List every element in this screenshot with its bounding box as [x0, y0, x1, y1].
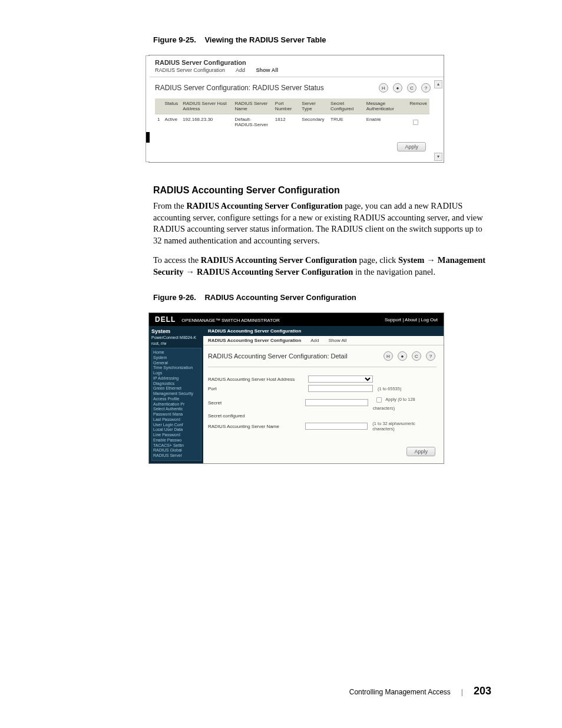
tab-show-all[interactable]: Show All: [256, 67, 279, 73]
save-icon[interactable]: H: [384, 351, 393, 361]
row-port: Port (1 to 65535): [208, 384, 437, 393]
fig25-page-title: RADIUS Server Configuration: RADIUS Serv…: [155, 84, 324, 92]
sidebar-item-tacacs[interactable]: TACACS+ Settin: [153, 443, 200, 449]
help-icon[interactable]: ?: [426, 351, 435, 361]
sidebar-item-system[interactable]: System: [153, 355, 200, 361]
fig26-header: DELL OPENMANAGE™ SWITCH ADMINISTRATOR Su…: [149, 313, 444, 326]
help-icon[interactable]: ?: [421, 83, 431, 93]
sidebar-item-linepwd[interactable]: Line Password: [153, 433, 200, 438]
host-select[interactable]: [308, 375, 373, 383]
sidebar-item-timesync[interactable]: Time Synchronization: [153, 365, 200, 371]
product-name: OPENMANAGE™ SWITCH ADMINISTRATOR: [181, 318, 279, 323]
sidebar-item-lastpwd[interactable]: Last Password: [153, 417, 200, 423]
sidebar-item-home[interactable]: Home: [153, 350, 200, 355]
form-area: RADIUS Accounting Server Host Address Po…: [203, 371, 444, 436]
dell-logo: DELL: [155, 315, 176, 324]
arrow1: →: [424, 255, 438, 265]
fig26-content: RADIUS Accounting Server Configuration R…: [203, 326, 444, 463]
sidebar-item-logs[interactable]: Logs: [153, 371, 200, 376]
col-status[interactable]: Status: [162, 98, 180, 114]
fig25-left-mark: [146, 132, 150, 143]
lbl-port: Port: [208, 386, 308, 391]
sidebar-tree[interactable]: Home System General Time Synchronization…: [151, 348, 201, 461]
print-icon[interactable]: ●: [398, 351, 407, 361]
lbl-secret-conf: Secret configured: [208, 413, 308, 419]
p1-a: From the: [153, 201, 186, 210]
fig26-main: System PowerConnect M8024-K root, r/w Ho…: [149, 326, 444, 463]
arrow2: →: [184, 267, 197, 276]
divider: [208, 367, 437, 367]
tab-add[interactable]: Add: [310, 338, 319, 343]
name-input[interactable]: [305, 423, 368, 430]
fig25-title: Viewing the RADIUS Server Table: [204, 35, 326, 44]
col-host[interactable]: RADIUS Server Host Address: [180, 98, 232, 114]
sidebar: System PowerConnect M8024-K root, r/w Ho…: [149, 326, 203, 463]
fig25-title-row: RADIUS Server Configuration: RADIUS Serv…: [149, 77, 444, 98]
crumb-tabs: RADIUS Accounting Server Configuration A…: [203, 336, 444, 345]
apply-button[interactable]: Apply: [397, 142, 426, 151]
fig25-tabs: RADIUS Server Configuration Add Show All: [149, 66, 444, 77]
apply-button[interactable]: Apply: [406, 447, 435, 456]
port-input[interactable]: [308, 385, 373, 392]
sidebar-item-userlogin[interactable]: User Login Conf: [153, 423, 200, 428]
cell-port: 1812: [273, 114, 299, 131]
col-blank: [155, 98, 162, 114]
tab-add[interactable]: Add: [236, 67, 245, 73]
fig25-icons: H ● C ?: [379, 83, 431, 93]
p2-f: RADIUS Accounting Server Configuration: [197, 267, 353, 276]
sidebar-item-radglob[interactable]: RADIUS Global: [153, 448, 200, 453]
sidebar-item-mgmt-security[interactable]: Management Security: [153, 391, 200, 397]
secret-apply-checkbox[interactable]: [376, 397, 382, 403]
tab-show-all[interactable]: Show All: [329, 338, 347, 343]
hint-secret: Apply (0 to 128 characters): [373, 394, 437, 411]
col-name[interactable]: RADIUS Server Name: [232, 98, 272, 114]
sidebar-item-pwdmgmt[interactable]: Password Mana: [153, 412, 200, 417]
footer-chapter: Controlling Management Access: [349, 688, 451, 696]
p1-b: RADIUS Accounting Server Configuration: [186, 201, 342, 210]
sidebar-item-diag[interactable]: Diagnostics: [153, 381, 200, 387]
cell-remove: [407, 114, 429, 131]
sidebar-item-selauth[interactable]: Select Authentic: [153, 407, 200, 412]
hint-name: (1 to 32 alphanumeric characters): [372, 421, 437, 431]
sidebar-item-green[interactable]: Green Ethernet: [153, 386, 200, 391]
hint-port: (1 to 65535): [378, 386, 401, 391]
table-header-row: Status RADIUS Server Host Address RADIUS…: [155, 98, 429, 114]
sidebar-item-general[interactable]: General: [153, 361, 200, 366]
col-msgauth[interactable]: Message Authenticator: [364, 98, 407, 114]
remove-checkbox[interactable]: [413, 120, 418, 125]
col-type[interactable]: Server Type: [299, 98, 328, 114]
refresh-icon[interactable]: C: [412, 351, 421, 361]
col-port[interactable]: Port Number: [273, 98, 299, 114]
p2-d: System: [398, 255, 424, 265]
scroll-down-icon[interactable]: ▾: [434, 153, 442, 161]
row-name: RADIUS Accounting Server Name (1 to 32 a…: [208, 420, 437, 433]
sidebar-item-ip[interactable]: IP Addressing: [153, 376, 200, 381]
save-icon[interactable]: H: [379, 83, 388, 93]
lbl-secret: Secret: [208, 400, 305, 406]
sidebar-item-auth[interactable]: Authentication Pr: [153, 402, 200, 407]
secret-input[interactable]: [305, 399, 368, 406]
figure-26-panel: DELL OPENMANAGE™ SWITCH ADMINISTRATOR Su…: [148, 312, 444, 464]
p2-b: RADIUS Accounting Server Configuration: [201, 255, 357, 265]
fig26-header-left: DELL OPENMANAGE™ SWITCH ADMINISTRATOR: [155, 315, 280, 324]
col-remove: Remove: [407, 98, 429, 114]
refresh-icon[interactable]: C: [407, 83, 416, 93]
p2-a: To access the: [153, 255, 201, 265]
cell-name: Default-RADIUS-Server: [232, 114, 272, 131]
para-1: From the RADIUS Accounting Server Config…: [153, 200, 491, 246]
sidebar-item-enablepwd[interactable]: Enable Passwo: [153, 438, 200, 443]
sidebar-item-localuser[interactable]: Local User Data: [153, 427, 200, 433]
cell-secret: TRUE: [328, 114, 364, 131]
col-secret[interactable]: Secret Configured: [328, 98, 364, 114]
print-icon[interactable]: ●: [393, 83, 402, 93]
lbl-host: RADIUS Accounting Server Host Address: [208, 377, 308, 382]
tab-config[interactable]: RADIUS Server Configuration: [155, 67, 225, 73]
cell-type: Secondary: [299, 114, 328, 131]
sidebar-item-access[interactable]: Access Profile: [153, 397, 200, 402]
top-links[interactable]: Support | About | Log Out: [385, 317, 438, 322]
fig26-head: Figure 9-26.: [153, 293, 196, 302]
lbl-name: RADIUS Accounting Server Name: [208, 424, 305, 429]
tab-config[interactable]: RADIUS Accounting Server Configuration: [208, 338, 301, 343]
sidebar-item-radsrv[interactable]: RADIUS Server: [153, 453, 200, 459]
scroll-up-icon[interactable]: ▴: [434, 80, 442, 88]
